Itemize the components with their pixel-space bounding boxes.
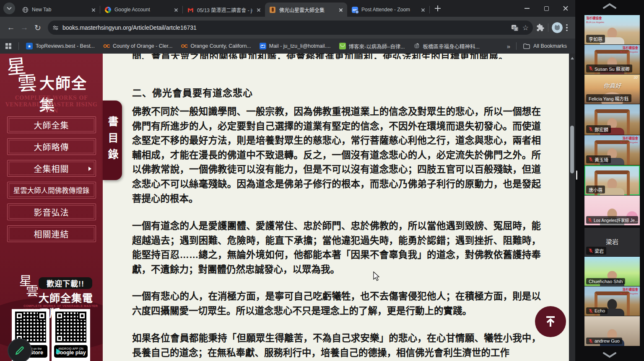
tab-google-account[interactable]: Google Account [100, 3, 182, 17]
sidebar-item-complete-works[interactable]: 大師全集 [7, 116, 96, 133]
tab-search-button[interactable] [3, 3, 15, 14]
sidebar-item-label: 星雲大師人間佛教傳燈錄 [13, 185, 90, 195]
page-content: 星 雲 大師全集 COMPLETE WORKS OF VENERABLE MAS… [0, 54, 575, 361]
browser-toolbar: ← → ↻ books.masterhsingyun.org/ArticleDe… [0, 17, 575, 39]
submenu-arrow-icon [88, 167, 91, 171]
globe-icon [22, 6, 29, 13]
page-scrollbar[interactable] [569, 54, 575, 361]
participant-tile[interactable]: Chuehchao Shih [584, 257, 640, 286]
tab-close-icon[interactable] [420, 7, 426, 13]
googleplay-badge[interactable]: ANDROID APP ON Google play [54, 345, 88, 358]
globe-favicon-icon [413, 43, 420, 49]
bookmarks-separator [516, 42, 517, 50]
participant-tile[interactable]: 洛杉磯協會BLIA Los Angeles Susan Su 蘇淑卿 [584, 45, 640, 74]
sidebar-item-label: 大師略傳 [34, 141, 69, 153]
mic-muted-icon [589, 66, 593, 71]
participant-tile[interactable]: 洛杉磯協會BLIA Los Angeles 李如慈 [584, 15, 640, 44]
association-logo: 洛杉磯協會BLIA Los Angeles [620, 288, 638, 295]
tab-close-icon[interactable] [338, 7, 344, 13]
article-paragraph: 如果各位會員都能秉持「但願眾生得離苦，不為自己求安樂」的悲心，在心甘情願、犧牲小… [132, 331, 541, 360]
oc-favicon-icon: OC [103, 43, 110, 49]
anniversary-badge: 30 [634, 75, 638, 80]
mic-muted-icon [589, 157, 593, 162]
bookmark-mail[interactable]: Mail - ju_tzu_li@hotmail.... [256, 41, 335, 52]
extensions-icon[interactable] [536, 23, 545, 32]
apps-grid-icon[interactable] [5, 43, 12, 49]
tab-title: Google Account [114, 7, 170, 13]
address-bar[interactable]: books.masterhsingyun.org/ArticleDetail/a… [48, 21, 533, 35]
bookmark-orange-county[interactable]: OC Orange County, Californ... [177, 41, 254, 52]
screen: New Tab Google Account 05/13 蘭潭週二讀書會 - j… [0, 0, 644, 361]
googleplay-qr-card[interactable]: ANDROID APP ON Google play [52, 309, 90, 361]
qr-code [15, 312, 46, 343]
scrollbar-up-arrow[interactable] [571, 57, 574, 59]
tab-strip: New Tab Google Account 05/13 蘭潭週二讀書會 - j… [0, 0, 575, 17]
tab-close-icon[interactable] [173, 7, 179, 13]
bookmarks-overflow-icon[interactable]: » [504, 43, 513, 50]
site-settings-icon[interactable] [52, 24, 59, 31]
participant-nameplate: Echo [586, 307, 608, 314]
minimize-button[interactable] [517, 0, 537, 17]
book-catalog-tab[interactable]: 書目錄 [103, 101, 122, 180]
sidebar-item-video-dharma[interactable]: 影音弘法 [7, 204, 96, 220]
reload-button[interactable]: ↻ [31, 21, 44, 34]
mail-favicon-icon [260, 43, 266, 49]
tab-zoom[interactable]: zm Post Attendee - Zoom [347, 3, 429, 17]
sidebar-item-label: 影音弘法 [34, 206, 69, 218]
scroll-up-chevron[interactable] [600, 2, 619, 10]
zoom-panel-scrollbar[interactable] [576, 170, 577, 180]
all-bookmarks-button[interactable]: All Bookmarks [520, 43, 570, 49]
participant-tile[interactable]: 鄭宏麟 [584, 104, 640, 135]
scrollbar-thumb[interactable] [570, 126, 574, 173]
bookmark-clinic[interactable]: 板橋區幸福身心精神科... [410, 41, 483, 52]
close-button[interactable] [556, 0, 575, 17]
bookmark-topreviews[interactable]: ★ TopReviews.best - Best... [22, 41, 99, 52]
sidebar-item-links[interactable]: 相關連結 [7, 225, 96, 242]
tab-close-icon[interactable] [256, 7, 262, 13]
sidebar-item-label: 全集相關 [34, 162, 69, 175]
back-button[interactable]: ← [4, 21, 18, 34]
sidebar-item-biography[interactable]: 大師略傳 [7, 138, 96, 155]
participant-tile-active-speaker[interactable]: 唐小蓓 [584, 165, 640, 195]
article-paragraph: 一個有道念的人是愛護團體、愛護常住、忠於師門、忠於佛教的，所以當他遇到毀謗、冤屈… [132, 219, 541, 277]
bookmark-label: Orange County, Californ... [190, 43, 251, 49]
tab-gmail[interactable]: 05/13 蘭潭週二讀書會 - ju [183, 3, 265, 17]
participant-tile[interactable]: andrew Guo [584, 316, 640, 346]
participant-tile[interactable]: 洛杉磯協會BLIA Los Angeles 黃玉琦 [584, 135, 640, 165]
back-to-top-button[interactable] [535, 306, 566, 337]
annotate-pencil-button[interactable] [8, 338, 32, 361]
participant-nameplate: 梁岩 [586, 247, 606, 255]
participant-tile[interactable]: 洛杉磯協會BLIA Los Angeles Echo [584, 286, 640, 316]
participant-tile-no-video[interactable]: 梁岩 梁岩 [584, 228, 640, 256]
sidebar-item-label: 大師全集 [34, 119, 69, 131]
translate-icon[interactable]: G文 [511, 24, 519, 32]
maximize-button[interactable] [537, 0, 556, 17]
sidebar-nav: 大師全集 大師略傳 全集相關 星雲大師人間佛教傳燈錄 影音弘法 相關連結 [0, 116, 103, 242]
zoom-icon: zm [351, 6, 358, 13]
svg-text:文: 文 [514, 27, 517, 31]
site-favicon-icon [269, 6, 276, 13]
tab-close-icon[interactable] [91, 7, 96, 13]
article-paragraph: 佛教不同於一般知識學問、一般宗教，因為佛教重視道業上的信念及對眾生的悲心，所以一… [132, 105, 541, 206]
participant-nameplate: 唐小蓓 [586, 186, 605, 193]
mouse-cursor [373, 271, 381, 281]
site-sidebar: 星 雲 大師全集 COMPLETE WORKS OF VENERABLE MAS… [0, 54, 103, 361]
profile-avatar[interactable] [552, 22, 563, 33]
bookmark-books[interactable]: 博客來-以病為師–自律... [335, 41, 409, 52]
tab-active-fgs[interactable]: 佛光山星雲大師全集 [265, 3, 347, 17]
participant-tile[interactable]: 30 你真好 Felicia Yang 楊方鈺 [584, 75, 640, 104]
participant-tile[interactable]: Los Angeles許家綜 Je... [584, 196, 640, 225]
participant-nameplate: andrew Guo [586, 338, 622, 344]
scroll-down-chevron[interactable] [600, 351, 619, 359]
sidebar-item-related[interactable]: 全集相關 [7, 160, 96, 177]
bookmark-county-of-orange[interactable]: OC County of Orange - Cler... [99, 41, 176, 52]
qr-code [55, 312, 86, 343]
forward-button[interactable]: → [18, 21, 31, 34]
new-tab-button[interactable] [432, 3, 443, 14]
tab-new-tab[interactable]: New Tab [18, 3, 100, 17]
tab-title: 05/13 蘭潭週二讀書會 - ju [197, 6, 252, 13]
sidebar-item-dharma-lineage[interactable]: 星雲大師人間佛教傳燈錄 [7, 182, 96, 199]
browser-menu-icon[interactable] [563, 21, 571, 34]
catalog-tab-label: 書目錄 [105, 116, 120, 165]
bookmark-star-icon[interactable]: ☆ [522, 23, 529, 32]
